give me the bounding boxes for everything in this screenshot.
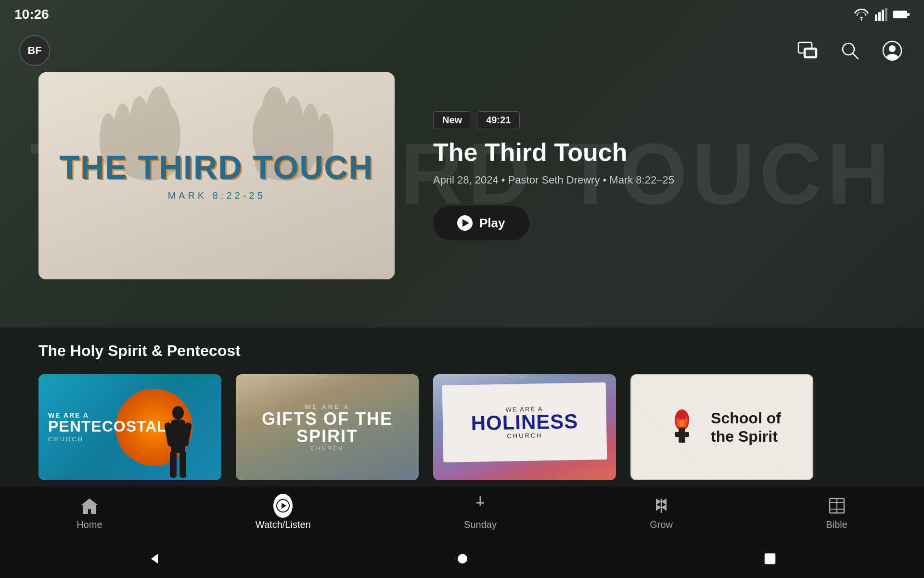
cards-row: WE ARE A PENTECOSTAL CHURCH WE ARE A GIF… <box>38 374 886 480</box>
svg-rect-47 <box>765 554 775 564</box>
card-pentecostal[interactable]: WE ARE A PENTECOSTAL CHURCH <box>38 374 221 480</box>
svg-line-11 <box>853 53 858 59</box>
card-4-inner: School ofthe Spirit <box>631 375 812 479</box>
play-button[interactable]: Play <box>433 206 529 240</box>
nav-sunday-label: Sunday <box>464 519 497 530</box>
card-3-paper: WE ARE A HOLINESS CHURCH <box>442 382 607 462</box>
chat-icon-button[interactable] <box>795 38 820 63</box>
android-recents-button[interactable] <box>763 552 777 565</box>
nav-bible[interactable]: Bible <box>816 496 857 530</box>
svg-point-27 <box>172 406 184 420</box>
nav-sunday[interactable]: Sunday <box>454 496 506 530</box>
card-school[interactable]: School ofthe Spirit <box>630 374 813 480</box>
search-icon <box>841 41 859 60</box>
nav-bible-label: Bible <box>826 519 847 530</box>
svg-rect-4 <box>893 11 907 18</box>
play-label: Play <box>479 216 505 231</box>
card-1-sub: CHURCH <box>48 436 167 443</box>
svg-rect-8 <box>805 49 816 57</box>
nav-watch-listen[interactable]: Watch/Listen <box>246 496 321 530</box>
nav-grow-label: Grow <box>650 519 673 530</box>
thumbnail-subtitle: MARK 8:22-25 <box>167 190 265 201</box>
svg-rect-0 <box>875 14 877 21</box>
hero-meta: April 28, 2024 • Pastor Seth Drewry • Ma… <box>433 174 886 186</box>
card-4-title: School ofthe Spirit <box>711 409 781 446</box>
card-1-content: WE ARE A PENTECOSTAL CHURCH <box>38 374 221 480</box>
card-holiness[interactable]: WE ARE A HOLINESS CHURCH <box>433 374 616 480</box>
nav-grow[interactable]: Grow <box>640 496 682 530</box>
school-logo <box>663 408 701 447</box>
svg-rect-3 <box>885 8 887 21</box>
badge-new: New <box>433 111 471 129</box>
play-icon <box>457 215 473 231</box>
battery-icon <box>893 10 910 19</box>
app-bar-actions <box>795 38 905 63</box>
card-1-main: PENTECOSTAL <box>48 419 167 434</box>
svg-marker-37 <box>282 503 286 509</box>
card-3-content: WE ARE A HOLINESS CHURCH <box>433 374 616 480</box>
section-title: The Holy Spirit & Pentecost <box>38 342 886 360</box>
thumb-inner: THE THIRD TOUCH MARK 8:22-25 <box>38 72 395 279</box>
app-logo[interactable]: BF <box>19 35 50 66</box>
svg-rect-32 <box>180 451 186 478</box>
svg-rect-2 <box>882 10 884 21</box>
bottom-nav: Home Watch/Listen Sunday <box>0 486 924 539</box>
app-bar: BF <box>0 29 924 72</box>
badge-row: New 49:21 <box>433 111 886 129</box>
nav-home-label: Home <box>77 519 102 530</box>
hero-title: The Third Touch <box>433 139 886 166</box>
svg-rect-35 <box>675 432 689 437</box>
card-3-sub: CHURCH <box>507 432 543 439</box>
nav-watch-listen-label: Watch/Listen <box>256 519 311 530</box>
android-nav <box>0 539 924 578</box>
status-time: 10:26 <box>14 7 49 22</box>
bible-icon <box>827 496 847 515</box>
grow-icon <box>652 496 671 515</box>
nav-home[interactable]: Home <box>67 496 112 530</box>
sunday-icon <box>471 496 490 515</box>
profile-icon-button[interactable] <box>880 38 905 63</box>
hero-section: THE THIRD TOUCH MARK 8:22-25 New 49:21 T… <box>0 72 924 279</box>
android-home-button[interactable] <box>457 553 468 565</box>
wifi-icon <box>854 8 869 21</box>
profile-icon <box>882 40 902 61</box>
svg-rect-31 <box>170 451 177 478</box>
android-back-button[interactable] <box>147 552 162 566</box>
status-icons <box>854 8 910 21</box>
thumbnail-title: THE THIRD TOUCH <box>60 151 373 184</box>
home-icon <box>80 496 99 515</box>
svg-point-46 <box>458 554 467 564</box>
watch-listen-icon <box>273 496 293 515</box>
badge-duration: 49:21 <box>477 111 520 129</box>
card-2-main: GIFTS OF THE SPIRIT <box>236 410 419 445</box>
card-1-text: WE ARE A PENTECOSTAL CHURCH <box>48 411 167 443</box>
signal-icon <box>875 8 887 21</box>
chat-icon <box>797 41 818 60</box>
section-area: The Holy Spirit & Pentecost WE ARE A PEN… <box>0 328 924 490</box>
card-2-content: WE ARE A GIFTS OF THE SPIRIT CHURCH <box>236 374 419 480</box>
svg-point-14 <box>886 54 898 61</box>
svg-rect-5 <box>907 13 910 16</box>
svg-point-13 <box>889 45 896 52</box>
svg-rect-1 <box>878 12 881 21</box>
card-gifts[interactable]: WE ARE A GIFTS OF THE SPIRIT CHURCH <box>236 374 419 480</box>
card-2-sub: CHURCH <box>310 445 344 452</box>
svg-marker-45 <box>151 554 158 564</box>
hero-thumbnail[interactable]: THE THIRD TOUCH MARK 8:22-25 <box>38 72 395 279</box>
card-3-main: HOLINESS <box>471 412 578 433</box>
search-icon-button[interactable] <box>837 38 862 63</box>
status-bar: 10:26 <box>0 0 924 29</box>
hero-info: New 49:21 The Third Touch April 28, 2024… <box>433 111 886 240</box>
flame-logo-icon <box>665 408 699 447</box>
silhouette-icon <box>161 403 195 480</box>
